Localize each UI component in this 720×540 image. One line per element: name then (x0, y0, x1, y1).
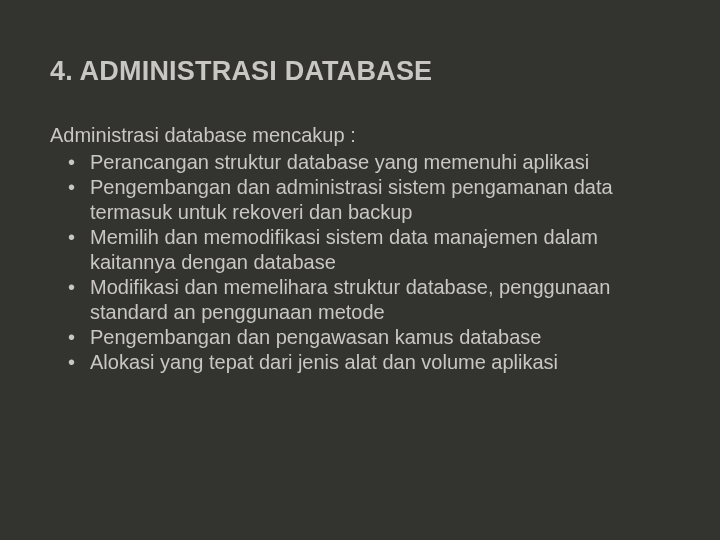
slide-title: 4. ADMINISTRASI DATABASE (50, 56, 670, 87)
list-item: Perancangan struktur database yang memen… (50, 150, 670, 175)
list-item: Memilih dan memodifikasi sistem data man… (50, 225, 670, 275)
list-item: Pengembangan dan administrasi sistem pen… (50, 175, 670, 225)
slide: 4. ADMINISTRASI DATABASE Administrasi da… (0, 0, 720, 540)
list-item: Alokasi yang tepat dari jenis alat dan v… (50, 350, 670, 375)
intro-text: Administrasi database mencakup : (50, 123, 670, 148)
list-item: Pengembangan dan pengawasan kamus databa… (50, 325, 670, 350)
bullet-list: Perancangan struktur database yang memen… (50, 150, 670, 375)
list-item: Modifikasi dan memelihara struktur datab… (50, 275, 670, 325)
